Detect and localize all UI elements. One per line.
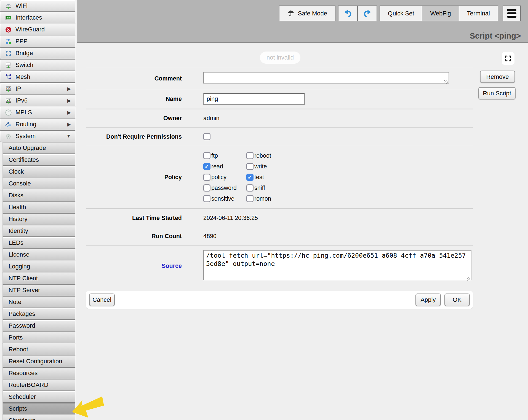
- submenu-item-leds[interactable]: LEDs: [3, 237, 75, 249]
- submenu-item-console[interactable]: Console: [3, 178, 75, 189]
- resize-grip-icon[interactable]: [467, 277, 470, 281]
- svg-text:255: 255: [6, 87, 10, 89]
- submenu-item-reboot[interactable]: Reboot: [3, 344, 75, 355]
- resize-grip-icon[interactable]: [444, 80, 448, 84]
- submenu-item-reset-configuration[interactable]: Reset Configuration: [3, 356, 75, 367]
- last-time-started-row: Last Time Started 2024-06-11 20:36:25: [86, 208, 473, 227]
- undo-button[interactable]: [338, 6, 358, 21]
- submenu-item-routerboard[interactable]: RouterBOARD: [3, 379, 75, 391]
- policy-checkbox[interactable]: [246, 195, 254, 202]
- sidebar-item-bridge[interactable]: Bridge: [0, 47, 75, 59]
- submenu-item-note[interactable]: Note: [3, 296, 75, 308]
- policy-option-label: sniff: [254, 185, 265, 192]
- policy-checkbox[interactable]: [203, 163, 210, 170]
- submenu-item-disks[interactable]: Disks: [3, 190, 75, 201]
- wifi-icon: [5, 2, 12, 9]
- system-submenu-list: Auto Upgrade Certificates Clock Console …: [2, 142, 75, 420]
- sidebar-item-ipv6[interactable]: 6 IPv6 ▶: [0, 95, 75, 106]
- sidebar-item-routing[interactable]: Routing ▶: [0, 119, 75, 130]
- submenu-item-label: Console: [9, 180, 72, 187]
- submenu-item-ports[interactable]: Ports: [3, 332, 75, 343]
- policy-checkbox[interactable]: [246, 174, 254, 181]
- submenu-item-auto-upgrade[interactable]: Auto Upgrade: [3, 142, 75, 154]
- source-input[interactable]: /tool fetch url="https://hc-ping.com/620…: [203, 250, 471, 280]
- sidebar-item-label: PPP: [15, 38, 71, 45]
- submenu-item-history[interactable]: History: [3, 213, 75, 225]
- policy-checkbox[interactable]: [203, 184, 210, 192]
- fullscreen-toggle-button[interactable]: [502, 52, 514, 65]
- sidebar-item-label: WireGuard: [15, 26, 71, 33]
- policy-checkbox[interactable]: [246, 184, 254, 192]
- sidebar-item-interfaces[interactable]: Interfaces: [0, 12, 75, 23]
- hamburger-icon: [507, 9, 516, 11]
- submenu-item-identity[interactable]: Identity: [3, 225, 75, 237]
- policy-option-label: password: [211, 185, 237, 192]
- comment-input[interactable]: [203, 72, 449, 84]
- safe-mode-button[interactable]: Safe Mode: [279, 6, 335, 21]
- undo-arrow-icon: [343, 9, 353, 18]
- policy-option-romon: romon: [246, 195, 271, 202]
- submenu-item-logging[interactable]: Logging: [3, 261, 75, 272]
- sidebar-item-switch[interactable]: Switch: [0, 59, 75, 71]
- page-title: Script <ping>: [470, 31, 521, 41]
- submenu-item-clock[interactable]: Clock: [3, 166, 75, 177]
- submenu-arrow-icon: ▶: [67, 86, 71, 92]
- submenu-item-shutdown[interactable]: Shutdown: [3, 415, 75, 420]
- sidebar-item-label: IPv6: [15, 97, 67, 104]
- cancel-button[interactable]: Cancel: [89, 294, 115, 306]
- switch-icon: [5, 61, 12, 69]
- submenu-item-label: Reset Configuration: [9, 358, 72, 365]
- hamburger-menu-button[interactable]: [503, 6, 521, 21]
- sidebar-item-mesh[interactable]: Mesh: [0, 71, 75, 83]
- submenu-item-certificates[interactable]: Certificates: [3, 154, 75, 166]
- policy-checkbox[interactable]: [203, 152, 210, 159]
- run-count-row: Run Count 4890: [86, 227, 473, 245]
- policy-option-label: ftp: [211, 152, 218, 159]
- policy-option-policy: policy: [203, 174, 246, 181]
- policy-option-password: password: [203, 184, 246, 192]
- sidebar-item-label: Routing: [15, 121, 67, 128]
- policy-checkbox[interactable]: [246, 163, 254, 170]
- submenu-item-scheduler[interactable]: Scheduler: [3, 391, 75, 403]
- run-script-button[interactable]: Run Script: [478, 87, 516, 99]
- toolbar: Safe Mode Quick Set WebFig Terminal: [279, 6, 521, 21]
- policy-checkbox[interactable]: [246, 152, 254, 159]
- owner-label: Owner: [86, 115, 182, 122]
- tab-quick-set[interactable]: Quick Set: [380, 6, 422, 21]
- sidebar-item-ip[interactable]: 255 IP ▶: [0, 83, 75, 95]
- submenu-item-resources[interactable]: Resources: [3, 367, 75, 379]
- policy-checkbox[interactable]: [203, 195, 210, 202]
- tab-webfig[interactable]: WebFig: [422, 6, 459, 21]
- sidebar-item-ppp[interactable]: PPP: [0, 36, 75, 47]
- submenu-item-label: Health: [9, 204, 72, 211]
- name-input[interactable]: [203, 93, 305, 105]
- tab-terminal[interactable]: Terminal: [459, 6, 498, 21]
- submenu-item-ntp-client[interactable]: NTP Client: [3, 273, 75, 284]
- sidebar-item-wireguard[interactable]: WireGuard: [0, 24, 75, 35]
- submenu-item-scripts[interactable]: Scripts: [3, 403, 75, 414]
- submenu-item-label: RouterBOARD: [9, 381, 72, 389]
- submenu-item-label: Packages: [9, 310, 72, 317]
- submenu-item-password[interactable]: Password: [3, 320, 75, 332]
- sidebar-item-wifi[interactable]: WiFi: [0, 0, 75, 12]
- remove-button[interactable]: Remove: [480, 71, 515, 83]
- redo-button[interactable]: [357, 6, 377, 21]
- submenu-item-health[interactable]: Health: [3, 201, 75, 213]
- umbrella-icon: [287, 10, 295, 17]
- ok-button[interactable]: OK: [444, 294, 470, 306]
- submenu-item-ntp-server[interactable]: NTP Server: [3, 284, 75, 296]
- apply-button[interactable]: Apply: [415, 294, 441, 306]
- sidebar-item-system[interactable]: System ▼: [0, 130, 75, 142]
- submenu-item-packages[interactable]: Packages: [3, 308, 75, 320]
- policy-option-test: test: [246, 174, 271, 181]
- sidebar-item-mpls[interactable]: MPLS ▶: [0, 107, 75, 118]
- policy-checkbox[interactable]: [203, 174, 210, 181]
- submenu-item-label: Scheduler: [9, 393, 72, 400]
- submenu-item-license[interactable]: License: [3, 249, 75, 260]
- submenu-item-label: History: [9, 216, 72, 223]
- dont-require-permissions-checkbox[interactable]: [203, 133, 210, 140]
- policy-option-sensitive: sensitive: [203, 195, 246, 202]
- system-icon: [5, 133, 12, 140]
- submenu-item-label: Resources: [9, 370, 72, 377]
- submenu-item-label: NTP Client: [9, 275, 72, 282]
